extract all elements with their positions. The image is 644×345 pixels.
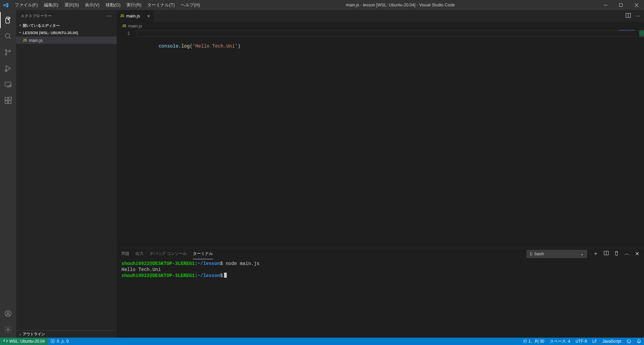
new-terminal-icon[interactable]: ＋: [593, 250, 598, 257]
status-remote[interactable]: WSL: Ubuntu-20.04: [0, 338, 48, 345]
panel-tab-problems[interactable]: 問題: [121, 249, 129, 259]
code-token: 'Hello Tech.Uni': [193, 44, 237, 49]
activity-source-control-icon[interactable]: [0, 44, 16, 60]
status-eol[interactable]: LF: [590, 338, 600, 345]
menu-go[interactable]: 移動(G): [103, 0, 124, 10]
panel-tab-debug-console[interactable]: デバッグ コンソール: [150, 249, 187, 259]
activity-remote-explorer-icon[interactable]: [0, 76, 16, 92]
activity-search-icon[interactable]: [0, 28, 16, 44]
split-terminal-icon[interactable]: [604, 251, 609, 257]
open-editors-header[interactable]: › 開いているエディター: [16, 22, 117, 29]
file-name-label: main.js: [29, 38, 43, 43]
menu-view[interactable]: 表示(V): [82, 0, 102, 10]
menu-edit[interactable]: 編集(E): [41, 0, 61, 10]
status-problems[interactable]: ⓧ0 ⚠0: [48, 338, 71, 345]
activity-extensions-icon[interactable]: [0, 92, 16, 109]
svg-rect-12: [9, 97, 11, 100]
status-bar: WSL: Ubuntu-20.04 ⓧ0 ⚠0 行 1、列 30 スペース: 4…: [0, 338, 644, 345]
terminal-line: shouhi0922@DESKTOP-3LEREG1:~/lesson$ nod…: [121, 261, 639, 267]
minimize-button[interactable]: [598, 0, 613, 10]
svg-rect-9: [5, 97, 8, 100]
panel-tab-terminal[interactable]: ターミナル: [193, 249, 213, 259]
menu-run[interactable]: 実行(R): [123, 0, 144, 10]
minimap[interactable]: [619, 30, 639, 37]
status-warnings-count: 0: [66, 339, 69, 344]
editor-more-icon[interactable]: ⋯: [636, 13, 640, 18]
terminal-selector[interactable]: 1: bash ⌄: [527, 250, 587, 258]
activity-account-icon[interactable]: [0, 305, 16, 322]
status-indentation[interactable]: スペース: 4: [547, 338, 573, 345]
line-number: 1: [117, 30, 130, 37]
prompt-path: ~/lesson: [198, 261, 220, 266]
current-line-highlight: [136, 30, 644, 37]
outline-label: アウトライン: [23, 332, 45, 337]
sidebar-more-icon[interactable]: ⋯: [106, 13, 112, 19]
terminal-output: Hello Tech.Uni: [121, 267, 639, 273]
remote-icon: [3, 339, 8, 344]
js-file-icon: JS: [23, 39, 29, 42]
svg-rect-1: [619, 3, 622, 6]
status-encoding[interactable]: UTF-8: [573, 338, 590, 345]
workspace-header[interactable]: › LESSON [WSL: UBUNTU-20.04]: [16, 29, 117, 37]
svg-point-5: [9, 50, 11, 52]
svg-rect-0: [604, 5, 607, 5]
close-panel-icon[interactable]: ✕: [635, 251, 639, 257]
prompt-path: ~/lesson: [198, 273, 220, 278]
code-token: console: [159, 44, 178, 49]
terminal-cursor: [224, 273, 227, 278]
window-controls: [598, 0, 644, 10]
status-cursor-position[interactable]: 行 1、列 30: [521, 338, 547, 345]
menu-terminal[interactable]: ターミナル(T): [144, 0, 178, 10]
js-file-icon: JS: [122, 24, 126, 28]
svg-point-15: [7, 329, 9, 331]
editor-actions: ⋯: [626, 10, 644, 22]
menu-file[interactable]: ファイル(F): [12, 0, 41, 10]
chevron-right-icon: ›: [17, 332, 23, 336]
svg-rect-11: [8, 101, 11, 104]
workspace-label: LESSON [WSL: UBUNTU-20.04]: [23, 31, 78, 35]
status-notifications-icon[interactable]: [634, 338, 644, 345]
svg-point-14: [7, 312, 9, 314]
status-feedback-icon[interactable]: [624, 338, 634, 345]
outline-header[interactable]: › アウトライン: [16, 330, 117, 338]
activity-explorer-icon[interactable]: [0, 12, 16, 28]
maximize-button[interactable]: [613, 0, 629, 10]
status-errors-count: 0: [57, 339, 59, 344]
status-language[interactable]: JavaScript: [600, 338, 624, 345]
svg-point-18: [627, 340, 631, 343]
editor-tab-bar: JS main.js × ⋯: [117, 10, 644, 22]
close-window-button[interactable]: [629, 0, 644, 10]
title-bar: ファイル(F) 編集(E) 選択(S) 表示(V) 移動(G) 実行(R) ター…: [0, 0, 644, 10]
warning-icon: ⚠: [61, 339, 65, 344]
sidebar-title: エクスプローラー ⋯: [16, 10, 117, 22]
chevron-down-icon: ›: [18, 30, 22, 35]
breadcrumb[interactable]: JS main.js: [117, 22, 644, 30]
kill-terminal-icon[interactable]: [614, 251, 619, 257]
menu-help[interactable]: ヘルプ(H): [178, 0, 203, 10]
panel-tab-bar: 問題 出力 デバッグ コンソール ターミナル 1: bash ⌄ ＋ ︿ ✕: [117, 248, 644, 259]
panel-actions: ＋ ︿ ✕: [593, 250, 639, 257]
activity-run-debug-icon[interactable]: [0, 60, 16, 76]
vertical-scrollbar[interactable]: [639, 30, 644, 248]
prompt-dollar: $: [220, 273, 223, 278]
editor-tab-label: main.js: [126, 13, 140, 18]
menu-select[interactable]: 選択(S): [61, 0, 82, 10]
terminal-command-text: node main.js: [226, 261, 260, 266]
code-content[interactable]: console.log('Hello Tech.Uni'): [136, 30, 644, 248]
terminal-body[interactable]: shouhi0922@DESKTOP-3LEREG1:~/lesson$ nod…: [117, 259, 644, 338]
vscode-logo-icon: [0, 2, 12, 8]
panel-tab-output[interactable]: 出力: [136, 249, 144, 259]
prompt-user: shouhi0922@DESKTOP-3LEREG1: [121, 261, 195, 266]
close-tab-icon[interactable]: ×: [147, 13, 150, 19]
file-tree-item[interactable]: JS main.js: [16, 37, 117, 44]
error-icon: ⓧ: [51, 338, 55, 344]
code-editor[interactable]: 1 console.log('Hello Tech.Uni'): [117, 30, 644, 248]
overview-ruler-mark: [639, 30, 644, 36]
split-editor-icon[interactable]: [626, 13, 631, 19]
editor-tab[interactable]: JS main.js ×: [117, 10, 154, 22]
open-editors-label: 開いているエディター: [23, 23, 60, 28]
prompt-user: shouhi0922@DESKTOP-3LEREG1: [121, 273, 195, 278]
maximize-panel-icon[interactable]: ︿: [624, 250, 630, 257]
activity-settings-icon[interactable]: [0, 322, 16, 338]
chevron-right-icon: ›: [17, 23, 23, 27]
